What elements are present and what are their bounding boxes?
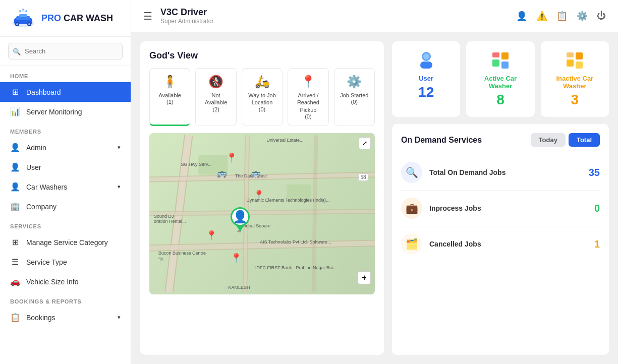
tab-total-button[interactable]: Total: [569, 133, 600, 147]
dashboard-icon: ⊞: [10, 87, 20, 97]
status-card-way-to-job[interactable]: 🛵 Way to Job Location (0): [242, 68, 283, 126]
sidebar: PRO CAR WASH 🔍 HOME ⊞ Dashboard 📊 Server…: [0, 0, 131, 364]
total-jobs-label: Total On Demand Jobs: [429, 168, 589, 176]
sidebar-item-bookings[interactable]: 📋 Bookings ▾: [0, 308, 131, 327]
search-input[interactable]: [8, 43, 123, 59]
sidebar-item-vehicle-size[interactable]: 🚗 Vehicle Size Info: [0, 272, 131, 291]
bookings-icon: 📋: [10, 313, 20, 322]
map-container: Universal Estate... The Dark Roast Dynam…: [149, 133, 375, 294]
inprocess-jobs-icon: 💼: [401, 198, 422, 219]
active-washer-stat-label: Active Car Washer: [473, 75, 527, 90]
card-count: (0): [339, 99, 370, 105]
sidebar-item-label: Server Monitoring: [26, 108, 82, 116]
status-card-arrived[interactable]: 📍 Arrived / Reached Pickup (0): [288, 68, 328, 126]
map-label: AIS Technolabs Pvt Ltd- Software...: [260, 239, 331, 245]
way-icon: 🛵: [246, 75, 278, 89]
header: ☰ V3C Driver Super Administrator 👤 ⚠️ 📋 …: [131, 0, 618, 32]
content-area: God's View 🧍 Available (1) 🚷 Not Availab…: [131, 32, 618, 364]
chevron-down-icon: ▾: [118, 144, 121, 151]
demand-item-cancelled: 🗂️ Cancelled Jobs 1: [401, 226, 600, 262]
nav-section-home: HOME: [0, 66, 131, 82]
map-background: Universal Estate... The Dark Roast Dynam…: [149, 133, 375, 294]
sidebar-item-label: Dashboard: [26, 88, 61, 96]
service-type-icon: ☰: [10, 257, 20, 267]
user-icon: 👤: [10, 162, 20, 172]
cancelled-jobs-label: Cancelled Jobs: [429, 240, 594, 248]
status-card-job-started[interactable]: ⚙️ Job Started (0): [334, 68, 375, 126]
sidebar-item-user[interactable]: 👤 User: [0, 157, 131, 177]
map-number-badge: 58: [358, 173, 368, 181]
svg-rect-36: [576, 62, 583, 69]
status-cards: 🧍 Available (1) 🚷 Not Available (2) 🛵 Wa…: [149, 68, 375, 126]
svg-rect-30: [492, 59, 499, 67]
user-stat-label: User: [399, 75, 453, 82]
power-icon[interactable]: ⏻: [597, 11, 606, 21]
car-washers-icon: 👤: [10, 182, 20, 192]
card-label: Arrived / Reached Pickup: [292, 92, 324, 113]
sidebar-item-company[interactable]: 🏢 Company: [0, 197, 131, 216]
sidebar-item-label: Manage Service Category: [26, 238, 108, 247]
logo-icon: [10, 8, 36, 28]
sidebar-item-manage-service-category[interactable]: ⊞ Manage Service Category: [0, 232, 131, 252]
status-card-available[interactable]: 🧍 Available (1): [149, 68, 190, 126]
card-label: Job Started: [339, 92, 370, 99]
sidebar-item-label: Car Washers: [26, 183, 67, 191]
sidebar-item-admin[interactable]: 👤 Admin ▾: [0, 138, 131, 157]
cancelled-jobs-icon: 🗂️: [401, 233, 422, 255]
map-pin-location5: 🚌: [217, 168, 227, 178]
nav-section-services: SERVICES: [0, 216, 131, 232]
logo-text: PRO CAR WASH: [41, 13, 113, 24]
demand-panel: On Demand Services Today Total 🔍 Total O…: [392, 124, 609, 355]
total-jobs-icon: 🔍: [401, 162, 422, 183]
svg-point-7: [28, 23, 30, 25]
alert-icon[interactable]: ⚠️: [536, 11, 547, 22]
sidebar-item-server-monitoring[interactable]: 📊 Server Monitoring: [0, 102, 131, 122]
inprocess-jobs-label: Inprocess Jobs: [429, 204, 594, 212]
chevron-down-icon: ▾: [118, 314, 121, 321]
status-card-not-available[interactable]: 🚷 Not Available (2): [195, 68, 236, 126]
inactive-washer-stat-value: 3: [548, 92, 602, 108]
map-label: KAMLESH: [228, 285, 250, 290]
inactive-washer-stat-icon: [548, 50, 602, 71]
available-icon: 🧍: [154, 75, 186, 89]
sidebar-item-dashboard[interactable]: ⊞ Dashboard: [0, 82, 131, 102]
active-washer-stat-icon: [473, 50, 527, 71]
menu-icon[interactable]: ☰: [143, 10, 152, 22]
job-started-icon: ⚙️: [339, 75, 370, 89]
settings-icon[interactable]: ⚙️: [577, 11, 588, 22]
gods-view-title: God's View: [149, 50, 375, 61]
chevron-down-icon: ▾: [118, 184, 121, 190]
sidebar-item-car-washers[interactable]: 👤 Car Washers ▾: [0, 177, 131, 197]
sidebar-item-service-type[interactable]: ☰ Service Type: [0, 252, 131, 272]
svg-rect-31: [501, 52, 509, 59]
main-content: ☰ V3C Driver Super Administrator 👤 ⚠️ 📋 …: [131, 0, 618, 364]
map-bus-stop: 🚌: [251, 168, 261, 178]
demand-header: On Demand Services Today Total: [401, 133, 600, 147]
sidebar-item-label: Bookings: [26, 314, 55, 322]
notes-icon[interactable]: 📋: [556, 11, 568, 22]
app-title: V3C Driver: [160, 7, 516, 18]
map-label: Sound DJoration Rental...: [154, 214, 186, 224]
not-available-icon: 🚷: [200, 75, 232, 89]
profile-icon[interactable]: 👤: [516, 11, 527, 22]
stat-card-inactive-washer: Inactive Car Washer 3: [541, 41, 609, 117]
svg-rect-33: [492, 52, 499, 57]
sidebar-item-label: Service Type: [26, 258, 67, 266]
stat-card-user: User 12: [392, 41, 460, 117]
svg-rect-32: [501, 62, 509, 69]
map-expand-button[interactable]: ⤢: [359, 137, 371, 149]
card-count: (2): [200, 106, 232, 112]
map-label: Bucon Business Centreબૂκ: [158, 251, 206, 261]
inprocess-jobs-value: 0: [594, 203, 600, 214]
svg-rect-35: [576, 52, 583, 59]
demand-title: On Demand Services: [401, 136, 531, 145]
stat-card-active-washer: Active Car Washer 8: [466, 41, 534, 117]
sidebar-item-label: Vehicle Size Info: [26, 278, 79, 286]
card-label: Not Available: [200, 92, 232, 106]
tab-today-button[interactable]: Today: [531, 133, 566, 147]
total-jobs-value: 35: [589, 167, 600, 178]
nav-section-members: MEMBERS: [0, 122, 131, 138]
svg-point-29: [423, 53, 429, 59]
app-subtitle: Super Administrator: [160, 18, 516, 25]
map-zoom-in-button[interactable]: +: [358, 271, 371, 284]
